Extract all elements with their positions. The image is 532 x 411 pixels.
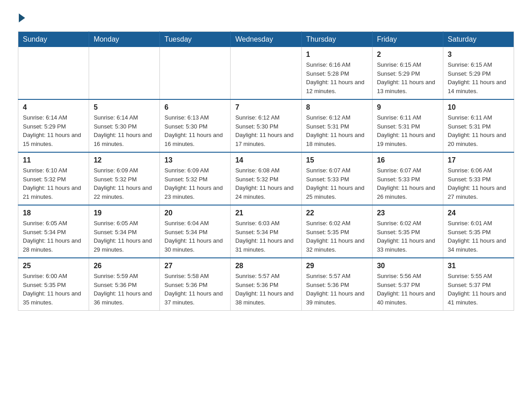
day-info: Sunrise: 6:07 AM Sunset: 5:33 PM Dayligh…	[306, 166, 368, 201]
day-number: 1	[306, 51, 368, 59]
day-info: Sunrise: 6:15 AM Sunset: 5:29 PM Dayligh…	[448, 60, 509, 95]
day-number: 12	[94, 156, 155, 164]
calendar-cell: 17Sunrise: 6:06 AM Sunset: 5:33 PM Dayli…	[443, 152, 514, 205]
calendar-header-tuesday: Tuesday	[160, 32, 231, 47]
day-number: 13	[164, 156, 226, 164]
day-info: Sunrise: 6:02 AM Sunset: 5:35 PM Dayligh…	[306, 219, 368, 254]
calendar-cell: 18Sunrise: 6:05 AM Sunset: 5:34 PM Dayli…	[18, 205, 89, 258]
day-number: 25	[23, 262, 84, 270]
calendar-cell: 16Sunrise: 6:07 AM Sunset: 5:33 PM Dayli…	[372, 152, 443, 205]
day-number: 21	[235, 209, 296, 217]
day-number: 6	[164, 103, 226, 111]
calendar-cell: 31Sunrise: 5:55 AM Sunset: 5:37 PM Dayli…	[443, 258, 514, 311]
calendar-cell: 30Sunrise: 5:56 AM Sunset: 5:37 PM Dayli…	[372, 258, 443, 311]
day-number: 10	[448, 103, 509, 111]
calendar-cell: 8Sunrise: 6:12 AM Sunset: 5:31 PM Daylig…	[301, 99, 372, 152]
calendar-week-2: 4Sunrise: 6:14 AM Sunset: 5:29 PM Daylig…	[18, 99, 514, 152]
calendar-cell	[18, 47, 89, 99]
calendar-cell: 24Sunrise: 6:01 AM Sunset: 5:35 PM Dayli…	[443, 205, 514, 258]
day-number: 11	[23, 156, 84, 164]
day-number: 26	[94, 262, 155, 270]
day-info: Sunrise: 6:02 AM Sunset: 5:35 PM Dayligh…	[377, 219, 438, 254]
calendar-cell: 14Sunrise: 6:08 AM Sunset: 5:32 PM Dayli…	[231, 152, 301, 205]
day-number: 24	[448, 209, 509, 217]
day-info: Sunrise: 6:12 AM Sunset: 5:31 PM Dayligh…	[306, 113, 368, 148]
day-number: 16	[377, 156, 438, 164]
calendar-header-thursday: Thursday	[301, 32, 372, 47]
calendar-header-wednesday: Wednesday	[231, 32, 301, 47]
calendar-header-row: SundayMondayTuesdayWednesdayThursdayFrid…	[18, 32, 514, 47]
calendar-week-4: 18Sunrise: 6:05 AM Sunset: 5:34 PM Dayli…	[18, 205, 514, 258]
day-info: Sunrise: 6:06 AM Sunset: 5:33 PM Dayligh…	[448, 166, 509, 201]
day-number: 7	[235, 103, 296, 111]
calendar-week-5: 25Sunrise: 6:00 AM Sunset: 5:35 PM Dayli…	[18, 258, 514, 311]
calendar-cell: 9Sunrise: 6:11 AM Sunset: 5:31 PM Daylig…	[372, 99, 443, 152]
day-number: 29	[306, 262, 368, 270]
calendar-cell: 23Sunrise: 6:02 AM Sunset: 5:35 PM Dayli…	[372, 205, 443, 258]
day-info: Sunrise: 6:01 AM Sunset: 5:35 PM Dayligh…	[448, 219, 509, 254]
calendar-cell: 6Sunrise: 6:13 AM Sunset: 5:30 PM Daylig…	[160, 99, 231, 152]
day-info: Sunrise: 6:14 AM Sunset: 5:29 PM Dayligh…	[23, 113, 84, 148]
calendar-week-3: 11Sunrise: 6:10 AM Sunset: 5:32 PM Dayli…	[18, 152, 514, 205]
day-info: Sunrise: 6:09 AM Sunset: 5:32 PM Dayligh…	[94, 166, 155, 201]
day-number: 4	[23, 103, 84, 111]
day-number: 5	[94, 103, 155, 111]
calendar-cell: 4Sunrise: 6:14 AM Sunset: 5:29 PM Daylig…	[18, 99, 89, 152]
day-number: 15	[306, 156, 368, 164]
day-info: Sunrise: 5:57 AM Sunset: 5:36 PM Dayligh…	[235, 272, 296, 307]
day-number: 19	[94, 209, 155, 217]
calendar-cell: 2Sunrise: 6:15 AM Sunset: 5:29 PM Daylig…	[372, 47, 443, 99]
calendar-table: SundayMondayTuesdayWednesdayThursdayFrid…	[18, 31, 514, 311]
calendar-cell: 12Sunrise: 6:09 AM Sunset: 5:32 PM Dayli…	[89, 152, 160, 205]
day-info: Sunrise: 6:11 AM Sunset: 5:31 PM Dayligh…	[448, 113, 509, 148]
day-info: Sunrise: 5:57 AM Sunset: 5:36 PM Dayligh…	[306, 272, 368, 307]
calendar-cell: 11Sunrise: 6:10 AM Sunset: 5:32 PM Dayli…	[18, 152, 89, 205]
calendar-header-friday: Friday	[372, 32, 443, 47]
day-number: 2	[377, 51, 438, 59]
calendar-cell	[89, 47, 160, 99]
day-number: 22	[306, 209, 368, 217]
day-number: 3	[448, 51, 509, 59]
day-info: Sunrise: 6:12 AM Sunset: 5:30 PM Dayligh…	[235, 113, 296, 148]
calendar-cell	[231, 47, 301, 99]
calendar-cell: 26Sunrise: 5:59 AM Sunset: 5:36 PM Dayli…	[89, 258, 160, 311]
calendar-header-monday: Monday	[89, 32, 160, 47]
day-info: Sunrise: 6:11 AM Sunset: 5:31 PM Dayligh…	[377, 113, 438, 148]
logo-arrow-icon	[19, 13, 25, 22]
calendar-cell	[160, 47, 231, 99]
day-info: Sunrise: 6:05 AM Sunset: 5:34 PM Dayligh…	[23, 219, 84, 254]
calendar-cell: 22Sunrise: 6:02 AM Sunset: 5:35 PM Dayli…	[301, 205, 372, 258]
day-info: Sunrise: 6:09 AM Sunset: 5:32 PM Dayligh…	[164, 166, 226, 201]
day-info: Sunrise: 6:10 AM Sunset: 5:32 PM Dayligh…	[23, 166, 84, 201]
day-info: Sunrise: 5:55 AM Sunset: 5:37 PM Dayligh…	[448, 272, 509, 307]
calendar-cell: 19Sunrise: 6:05 AM Sunset: 5:34 PM Dayli…	[89, 205, 160, 258]
day-info: Sunrise: 5:56 AM Sunset: 5:37 PM Dayligh…	[377, 272, 438, 307]
day-info: Sunrise: 6:15 AM Sunset: 5:29 PM Dayligh…	[377, 60, 438, 95]
day-number: 23	[377, 209, 438, 217]
calendar-cell: 28Sunrise: 5:57 AM Sunset: 5:36 PM Dayli…	[231, 258, 301, 311]
day-info: Sunrise: 6:05 AM Sunset: 5:34 PM Dayligh…	[94, 219, 155, 254]
calendar-cell: 25Sunrise: 6:00 AM Sunset: 5:35 PM Dayli…	[18, 258, 89, 311]
day-info: Sunrise: 6:07 AM Sunset: 5:33 PM Dayligh…	[377, 166, 438, 201]
day-info: Sunrise: 5:59 AM Sunset: 5:36 PM Dayligh…	[94, 272, 155, 307]
day-number: 31	[448, 262, 509, 270]
day-number: 8	[306, 103, 368, 111]
day-number: 9	[377, 103, 438, 111]
day-number: 27	[164, 262, 226, 270]
calendar-cell: 29Sunrise: 5:57 AM Sunset: 5:36 PM Dayli…	[301, 258, 372, 311]
day-number: 30	[377, 262, 438, 270]
day-number: 17	[448, 156, 509, 164]
day-info: Sunrise: 6:14 AM Sunset: 5:30 PM Dayligh…	[94, 113, 155, 148]
day-info: Sunrise: 6:04 AM Sunset: 5:34 PM Dayligh…	[164, 219, 226, 254]
calendar-cell: 13Sunrise: 6:09 AM Sunset: 5:32 PM Dayli…	[160, 152, 231, 205]
day-number: 28	[235, 262, 296, 270]
calendar-cell: 5Sunrise: 6:14 AM Sunset: 5:30 PM Daylig…	[89, 99, 160, 152]
calendar-cell: 20Sunrise: 6:04 AM Sunset: 5:34 PM Dayli…	[160, 205, 231, 258]
calendar-cell: 3Sunrise: 6:15 AM Sunset: 5:29 PM Daylig…	[443, 47, 514, 99]
day-info: Sunrise: 6:08 AM Sunset: 5:32 PM Dayligh…	[235, 166, 296, 201]
calendar-header-sunday: Sunday	[18, 32, 89, 47]
day-number: 14	[235, 156, 296, 164]
calendar-cell: 21Sunrise: 6:03 AM Sunset: 5:34 PM Dayli…	[231, 205, 301, 258]
day-info: Sunrise: 6:13 AM Sunset: 5:30 PM Dayligh…	[164, 113, 226, 148]
page-header	[18, 13, 514, 22]
